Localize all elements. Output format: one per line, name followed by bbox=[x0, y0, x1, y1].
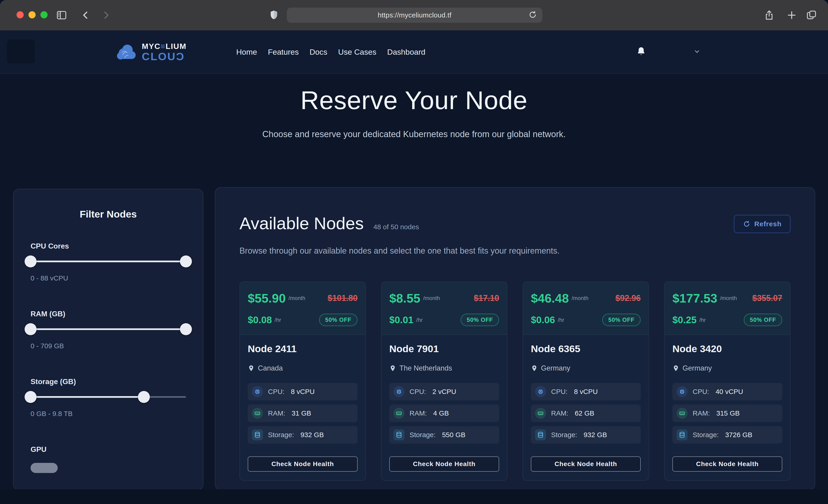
gpu-toggle[interactable] bbox=[31, 463, 58, 473]
location-pin-icon bbox=[672, 365, 679, 372]
slider-thumb-high[interactable] bbox=[180, 323, 192, 335]
storage-spec-row: Storage: 932 GB bbox=[248, 426, 358, 444]
hourly-price: $0.06 bbox=[531, 314, 555, 326]
nav-link-docs[interactable]: Docs bbox=[309, 48, 327, 56]
old-price: $92.96 bbox=[615, 293, 641, 303]
slider-fill bbox=[31, 396, 144, 398]
page-title: Reserve Your Node bbox=[0, 85, 828, 115]
check-node-health-button[interactable]: Check Node Health bbox=[389, 456, 499, 472]
cpu-spec-row: CPU: 40 vCPU bbox=[672, 383, 782, 401]
cpu-icon bbox=[394, 386, 405, 397]
refresh-button[interactable]: Refresh bbox=[734, 215, 791, 233]
brand-line-1: MYC≡LIUM bbox=[142, 42, 187, 50]
location-pin-icon bbox=[389, 365, 396, 372]
range-slider[interactable] bbox=[31, 323, 186, 335]
address-bar[interactable]: https://myceliumcloud.tf bbox=[287, 8, 542, 23]
monthly-price: $46.48 bbox=[531, 291, 569, 305]
brand-line-2: CLOUƆ bbox=[142, 51, 187, 62]
range-slider[interactable] bbox=[31, 391, 186, 403]
ram-spec-row: RAM: 31 GB bbox=[248, 405, 358, 422]
discount-badge: 50% OFF bbox=[460, 313, 499, 326]
storage-value: 550 GB bbox=[442, 431, 465, 439]
check-node-health-button[interactable]: Check Node Health bbox=[531, 456, 641, 472]
share-icon[interactable] bbox=[763, 9, 775, 21]
slider-thumb-low[interactable] bbox=[25, 391, 37, 403]
browser-chrome: https://myceliumcloud.tf bbox=[0, 0, 828, 30]
sidebar-toggle-icon[interactable] bbox=[55, 9, 68, 21]
node-cards-grid: $55.90 /month $101.80 $0.08 /hr 50% OFF bbox=[240, 282, 791, 481]
slider-thumb-high[interactable] bbox=[180, 255, 192, 267]
ram-value: 62 GB bbox=[575, 409, 594, 417]
discount-badge: 50% OFF bbox=[602, 313, 641, 326]
site-header: MYC≡LIUM CLOUƆ Home Features Docs Use Ca… bbox=[0, 30, 828, 74]
check-node-health-button[interactable]: Check Node Health bbox=[672, 456, 782, 472]
window-close-button[interactable] bbox=[16, 11, 24, 18]
new-tab-icon[interactable] bbox=[786, 9, 797, 21]
nav-link-use-cases[interactable]: Use Cases bbox=[338, 48, 376, 56]
range-slider[interactable] bbox=[31, 255, 186, 267]
reload-icon[interactable] bbox=[528, 10, 537, 20]
ram-icon bbox=[676, 408, 688, 419]
brand-logo[interactable]: MYC≡LIUM CLOUƆ bbox=[116, 42, 187, 62]
back-icon[interactable] bbox=[80, 10, 91, 20]
node-card: $8.55 /month $17.10 $0.01 /hr 50% OFF bbox=[381, 282, 507, 481]
card-pricing: $46.48 /month $92.96 $0.06 /hr 50% OFF bbox=[523, 282, 649, 335]
per-hour-label: /hr bbox=[275, 317, 281, 323]
location-text: The Netherlands bbox=[400, 364, 452, 372]
node-card: $55.90 /month $101.80 $0.08 /hr 50% OFF bbox=[240, 282, 366, 481]
slider-thumb-low[interactable] bbox=[25, 255, 37, 267]
slider-fill bbox=[31, 329, 186, 330]
cpu-value: 8 vCPU bbox=[574, 388, 598, 395]
ram-icon bbox=[394, 408, 405, 419]
slider-thumb-low[interactable] bbox=[25, 323, 37, 335]
forward-icon[interactable] bbox=[101, 10, 111, 20]
discount-badge: 50% OFF bbox=[744, 313, 782, 326]
filter-group-range: 0 GB - 9.8 TB bbox=[31, 410, 186, 418]
nav-link-dashboard[interactable]: Dashboard bbox=[387, 48, 425, 56]
storage-spec-row: Storage: 932 GB bbox=[531, 426, 641, 444]
node-name: Node 7901 bbox=[389, 343, 499, 354]
cpu-label: CPU: bbox=[410, 388, 426, 395]
storage-label: Storage: bbox=[551, 431, 577, 439]
nav-link-features[interactable]: Features bbox=[268, 48, 299, 56]
ram-icon bbox=[252, 408, 263, 419]
per-month-label: /month bbox=[720, 295, 737, 301]
page: MYC≡LIUM CLOUƆ Home Features Docs Use Ca… bbox=[0, 30, 828, 489]
check-node-health-button[interactable]: Check Node Health bbox=[248, 456, 358, 472]
location-text: Germany bbox=[541, 364, 570, 372]
cpu-label: CPU: bbox=[551, 388, 568, 395]
node-name: Node 2411 bbox=[248, 343, 358, 354]
storage-label: Storage: bbox=[268, 431, 294, 439]
gpu-filter-label: GPU bbox=[31, 445, 186, 454]
tab-overview-icon[interactable] bbox=[806, 9, 817, 21]
per-hour-label: /hr bbox=[558, 317, 564, 323]
node-location: The Netherlands bbox=[389, 364, 499, 372]
window-minimize-button[interactable] bbox=[29, 11, 36, 18]
per-month-label: /month bbox=[423, 295, 440, 301]
card-body: Node 2411 Canada bbox=[240, 335, 365, 480]
storage-icon bbox=[394, 429, 405, 440]
hourly-price: $0.08 bbox=[248, 314, 272, 326]
discount-badge: 50% OFF bbox=[319, 313, 358, 326]
storage-value: 932 GB bbox=[300, 431, 324, 439]
notifications-bell-icon[interactable] bbox=[636, 46, 646, 57]
storage-label: Storage: bbox=[693, 431, 718, 439]
account-chevron-down-icon[interactable] bbox=[694, 48, 700, 56]
ram-icon bbox=[535, 408, 546, 419]
cpu-icon bbox=[535, 386, 546, 397]
filter-group-label: RAM (GB) bbox=[31, 310, 186, 318]
per-month-label: /month bbox=[572, 295, 588, 301]
window-zoom-button[interactable] bbox=[40, 11, 48, 18]
ram-spec-row: RAM: 62 GB bbox=[531, 405, 641, 422]
storage-value: 3726 GB bbox=[725, 431, 752, 439]
available-nodes-panel: Available Nodes 48 of 50 nodes Refresh B… bbox=[215, 187, 815, 489]
nav-link-home[interactable]: Home bbox=[236, 48, 257, 56]
per-month-label: /month bbox=[288, 295, 305, 301]
cpu-label: CPU: bbox=[693, 388, 709, 395]
privacy-shield-icon[interactable] bbox=[268, 10, 280, 21]
storage-spec-row: Storage: 3726 GB bbox=[672, 426, 782, 444]
available-nodes-title: Available Nodes bbox=[240, 215, 364, 232]
cpu-icon bbox=[252, 386, 263, 397]
storage-value: 932 GB bbox=[583, 431, 607, 439]
slider-thumb-high[interactable] bbox=[138, 391, 150, 403]
